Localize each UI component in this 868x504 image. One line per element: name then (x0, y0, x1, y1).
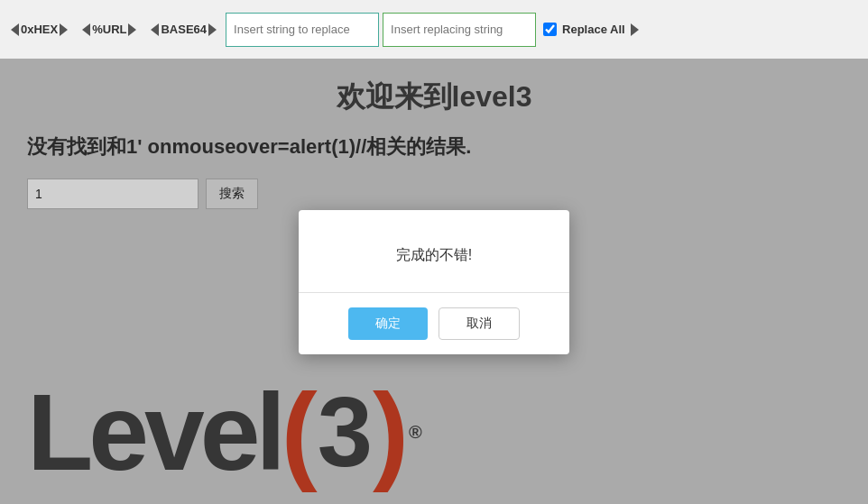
arrow-left-icon (82, 23, 90, 36)
base64-label: BASE64 (161, 23, 207, 36)
arrow-right-icon (631, 23, 639, 36)
arrow-right-icon (60, 23, 68, 36)
toolbar: 0xHEX %URL BASE64 Replace All (0, 0, 868, 60)
arrow-right-icon (128, 23, 136, 36)
dialog-cancel-button[interactable]: 取消 (439, 307, 520, 340)
dialog-confirm-button[interactable]: 确定 (348, 307, 428, 340)
base64-button[interactable]: BASE64 (145, 19, 222, 40)
dialog-body: 完成的不错! (299, 210, 569, 292)
replace-to-input[interactable] (383, 13, 536, 47)
replace-all-checkbox[interactable] (543, 23, 557, 36)
dialog-overlay: 完成的不错! 确定 取消 (0, 60, 868, 504)
hex-button[interactable]: 0xHEX (5, 19, 73, 40)
main-content: 欢迎来到level3 没有找到和1' onmouseover=alert(1)/… (0, 60, 868, 504)
arrow-left-icon (11, 23, 19, 36)
replace-from-input[interactable] (226, 13, 379, 47)
replace-all-label: Replace All (562, 23, 625, 36)
replace-all-area: Replace All (543, 23, 639, 36)
url-label: %URL (92, 23, 126, 36)
arrow-left-icon (151, 23, 159, 36)
url-button[interactable]: %URL (77, 19, 142, 40)
arrow-right-icon (208, 23, 217, 36)
dialog-footer: 确定 取消 (299, 293, 569, 354)
dialog-message: 完成的不错! (396, 247, 472, 262)
hex-label: 0xHEX (21, 23, 58, 36)
dialog-box: 完成的不错! 确定 取消 (299, 210, 569, 354)
